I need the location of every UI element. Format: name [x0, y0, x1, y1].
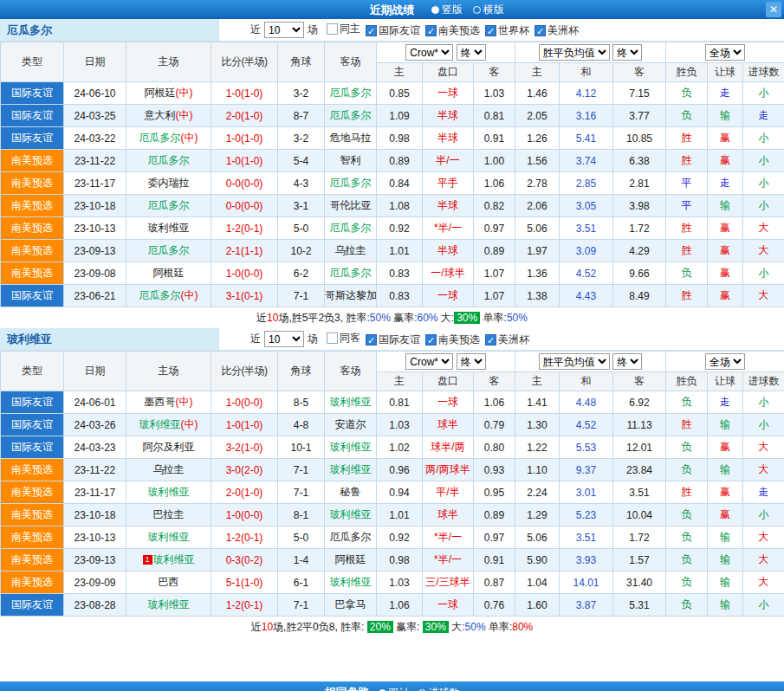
match-date-cell: 23-11-22	[64, 459, 126, 481]
match-row: 南美预选23-10-13玻利维亚1-2(0-1)5-0厄瓜多尔0.92*半/一0…	[1, 217, 784, 240]
handicap-result-cell: 输	[708, 414, 743, 436]
avg-home-cell: 1.38	[515, 285, 560, 307]
odds-away-cell: 0.89	[474, 240, 515, 262]
result-cell: 胜	[666, 414, 708, 436]
odds-home-cell: 1.09	[377, 105, 423, 127]
avg-away-cell: 4.29	[613, 240, 666, 262]
close-icon[interactable]: ✕	[766, 2, 781, 17]
goals-result-cell: 大	[743, 217, 784, 240]
match-type-cell: 国际友谊	[1, 82, 64, 105]
near-label: 近	[250, 23, 261, 37]
section-header: 玻利维亚 近 10 场 同客✓国际友谊✓南美预选✓美洲杯	[0, 328, 784, 351]
filter-checkbox-国际友谊[interactable]: ✓国际友谊	[366, 23, 420, 38]
odds-line-cell: 一球	[423, 82, 474, 105]
team-name: 玻利维亚	[0, 328, 219, 350]
red-card-badge: 1	[143, 555, 152, 565]
result-cell: 负	[666, 572, 708, 594]
filter-checkbox-美洲杯[interactable]: ✓美洲杯	[485, 333, 529, 347]
col-odds-away: 客	[474, 63, 515, 82]
col-avg-draw: 和	[560, 372, 613, 391]
team-section-bolivia: 玻利维亚 近 10 场 同客✓国际友谊✓南美预选✓美洲杯 类型 日期 主场 比分…	[0, 328, 784, 637]
score-cell: 1-0(1-0)	[211, 150, 278, 172]
avg-final-select[interactable]: 终	[612, 353, 642, 370]
radio-double-count[interactable]: 双计	[379, 686, 410, 691]
result-cell: 负	[666, 549, 708, 572]
filter-checkbox-同主[interactable]: 同主	[327, 22, 360, 36]
odds-away-cell: 0.79	[474, 414, 515, 436]
top-bar: 近期战绩 竖版 横版 ✕	[0, 0, 784, 19]
score-cell: 0-3(0-2)	[211, 549, 278, 572]
odds-final-select[interactable]: 终	[457, 44, 486, 61]
radio-goal-count[interactable]: 进球数	[418, 686, 460, 691]
avg-away-cell: 23.84	[613, 459, 666, 481]
avg-draw-cell: 5.41	[560, 127, 613, 150]
away-team-cell: 乌拉圭	[325, 240, 377, 262]
radio-horizontal-layout[interactable]: 横版	[473, 0, 504, 19]
filter-checkbox-南美预选[interactable]: ✓南美预选	[425, 23, 480, 38]
odds-home-cell: 0.92	[377, 217, 423, 240]
goals-result-cell: 大	[743, 549, 784, 572]
col-avg-away: 客	[613, 63, 666, 82]
unchecked-checkbox-icon	[327, 333, 338, 344]
odds-final-select[interactable]: 终	[457, 353, 486, 370]
odds-line-cell: 半球	[423, 105, 474, 127]
home-team-cell: 厄瓜多尔	[126, 150, 211, 172]
col-avg-draw: 和	[560, 63, 613, 82]
odds-company-select[interactable]: Crow*	[405, 353, 453, 370]
avg-draw-cell: 4.43	[560, 285, 613, 307]
col-handicap: 让球	[708, 63, 743, 82]
match-date-cell: 23-11-17	[64, 172, 126, 195]
match-date-cell: 23-10-18	[64, 504, 126, 526]
avg-mode-select[interactable]: 胜平负均值	[539, 353, 610, 370]
col-corners: 角球	[278, 352, 325, 391]
away-team-cell: 智利	[325, 150, 377, 172]
filter-checkbox-美洲杯[interactable]: ✓美洲杯	[535, 23, 579, 38]
filter-bar: 近 10 场 同主✓国际友谊✓南美预选✓世界杯✓美洲杯	[219, 19, 784, 41]
odds-home-cell: 1.01	[377, 504, 423, 526]
score-cell: 1-2(0-1)	[211, 594, 278, 617]
avg-final-select[interactable]: 终	[612, 44, 642, 61]
avg-draw-cell: 4.52	[560, 414, 613, 436]
score-cell: 0-0(0-0)	[211, 195, 278, 217]
odds-line-cell: *半/一	[423, 526, 474, 549]
goals-result-cell: 小	[743, 414, 784, 436]
odds-home-cell: 1.02	[377, 436, 423, 459]
avg-home-cell: 5.90	[515, 549, 560, 572]
avg-away-cell: 31.40	[613, 572, 666, 594]
odds-away-cell: 0.89	[474, 504, 515, 526]
radio-vertical-layout[interactable]: 竖版	[431, 0, 463, 19]
match-date-cell: 23-11-22	[64, 150, 126, 172]
result-cell: 负	[666, 105, 708, 127]
col-avg-home: 主	[515, 372, 560, 391]
handicap-result-cell: 赢	[708, 504, 743, 526]
match-count-select[interactable]: 10	[264, 22, 304, 38]
avg-mode-select[interactable]: 胜平负均值	[539, 44, 610, 61]
odds-home-cell: 1.08	[377, 195, 423, 217]
handicap-result-cell: 赢	[708, 481, 743, 504]
avg-away-cell: 1.57	[613, 549, 666, 572]
corners-cell: 4-8	[278, 414, 325, 436]
odds-home-cell: 0.98	[377, 549, 423, 572]
filter-checkbox-南美预选[interactable]: ✓南美预选	[425, 333, 480, 347]
odds-company-select[interactable]: Crow*	[405, 44, 453, 61]
avg-home-cell: 1.04	[515, 572, 560, 594]
col-odds-line: 盘口	[423, 372, 474, 391]
match-count-select[interactable]: 10	[264, 331, 304, 347]
avg-away-cell: 3.77	[613, 105, 666, 127]
match-row: 南美预选23-11-17玻利维亚2-0(1-0)7-1秘鲁0.94平/半0.95…	[1, 481, 784, 504]
team-section-ecuador: 厄瓜多尔 近 10 场 同主✓国际友谊✓南美预选✓世界杯✓美洲杯 类型 日期 主…	[0, 19, 784, 328]
scope-select[interactable]: 全场	[705, 353, 745, 370]
col-type: 类型	[1, 352, 64, 391]
match-row: 国际友谊24-03-22厄瓜多尔(中)1-0(1-0)3-2危地马拉0.98半球…	[1, 127, 784, 150]
handicap-result-cell: 走	[708, 82, 743, 105]
filter-checkbox-同客[interactable]: 同客	[327, 331, 360, 346]
goals-result-cell: 小	[743, 594, 784, 617]
filter-checkbox-国际友谊[interactable]: ✓国际友谊	[366, 333, 420, 347]
col-corners: 角球	[278, 42, 325, 82]
odds-line-cell: 平手	[423, 172, 474, 195]
scope-select[interactable]: 全场	[705, 44, 745, 61]
match-row: 国际友谊23-08-28玻利维亚1-2(0-1)7-1巴拿马1.06一球0.76…	[1, 594, 784, 617]
matches-table: 类型 日期 主场 比分(半场) 角球 客场 Crow* 终 胜平负均值 终 全场	[0, 351, 784, 617]
filter-checkbox-世界杯[interactable]: ✓世界杯	[485, 23, 529, 38]
odds-home-cell: 0.92	[377, 526, 423, 549]
